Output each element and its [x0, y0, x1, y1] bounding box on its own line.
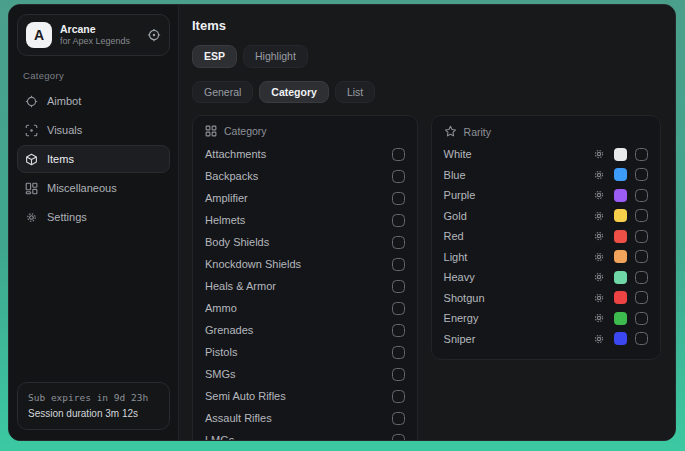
category-checkbox[interactable] — [392, 324, 405, 337]
brand-header: A Arcane for Apex Legends — [17, 14, 170, 56]
sidebar-item-miscellaneous[interactable]: Miscellaneous — [17, 174, 170, 202]
gear-icon[interactable] — [593, 148, 605, 160]
rarity-row: White — [444, 144, 648, 165]
category-checkbox[interactable] — [392, 170, 405, 183]
rarity-panel-header: Rarity — [444, 125, 648, 138]
app-logo: A — [26, 22, 52, 48]
rarity-color-swatch[interactable] — [614, 312, 627, 325]
gear-icon[interactable] — [593, 169, 605, 181]
rarity-label: Heavy — [444, 271, 593, 283]
category-row: Grenades — [205, 319, 405, 341]
app-window: A Arcane for Apex Legends Category Aimbo… — [8, 4, 676, 441]
rarity-row: Energy — [444, 308, 648, 329]
rarity-color-swatch[interactable] — [614, 148, 627, 161]
rarity-row: Red — [444, 226, 648, 247]
category-label: Pistols — [205, 346, 392, 358]
rarity-checkbox[interactable] — [635, 291, 648, 304]
rarity-list: WhiteBluePurpleGoldRedLightHeavyShotgunE… — [444, 144, 648, 349]
rarity-row: Heavy — [444, 267, 648, 288]
category-label: Helmets — [205, 214, 392, 226]
rarity-checkbox[interactable] — [635, 189, 648, 202]
rarity-label: Shotgun — [444, 292, 593, 304]
rarity-checkbox[interactable] — [635, 312, 648, 325]
rarity-checkbox[interactable] — [635, 271, 648, 284]
sidebar-item-visuals[interactable]: Visuals — [17, 116, 170, 144]
category-checkbox[interactable] — [392, 148, 405, 161]
rarity-checkbox[interactable] — [635, 250, 648, 263]
category-label: Ammo — [205, 302, 392, 314]
rarity-row: Purple — [444, 185, 648, 206]
gear-icon[interactable] — [593, 333, 605, 345]
gear-icon — [25, 211, 38, 224]
category-label: Grenades — [205, 324, 392, 336]
category-checkbox[interactable] — [392, 368, 405, 381]
target-icon[interactable] — [147, 28, 161, 42]
category-checkbox[interactable] — [392, 346, 405, 359]
panels: Category AttachmentsBackpacksAmplifierHe… — [192, 115, 661, 440]
rarity-color-swatch[interactable] — [614, 271, 627, 284]
gear-icon[interactable] — [593, 189, 605, 201]
category-label: Attachments — [205, 148, 392, 160]
gear-icon[interactable] — [593, 210, 605, 222]
sidebar-item-label: Visuals — [47, 124, 82, 136]
gear-icon[interactable] — [593, 230, 605, 242]
gear-icon[interactable] — [593, 292, 605, 304]
category-checkbox[interactable] — [392, 192, 405, 205]
sidebar-section-label: Category — [23, 70, 164, 81]
scan-icon — [25, 124, 38, 137]
rarity-color-swatch[interactable] — [614, 168, 627, 181]
category-checkbox[interactable] — [392, 280, 405, 293]
rarity-label: Gold — [444, 210, 593, 222]
rarity-row: Light — [444, 247, 648, 268]
category-label: Assault Rifles — [205, 412, 392, 424]
sidebar-item-items[interactable]: Items — [17, 145, 170, 173]
rarity-color-swatch[interactable] — [614, 332, 627, 345]
category-row: Backpacks — [205, 165, 405, 187]
rarity-row: Blue — [444, 165, 648, 186]
category-label: Amplifier — [205, 192, 392, 204]
sub-expires-text: Sub expires in 9d 23h — [28, 391, 159, 406]
category-panel-title: Category — [224, 125, 267, 137]
rarity-color-swatch[interactable] — [614, 189, 627, 202]
sidebar-item-label: Items — [47, 153, 74, 165]
rarity-checkbox[interactable] — [635, 230, 648, 243]
rarity-checkbox[interactable] — [635, 209, 648, 222]
rarity-checkbox[interactable] — [635, 148, 648, 161]
tab-list[interactable]: List — [335, 81, 375, 104]
category-row: Amplifier — [205, 187, 405, 209]
session-duration-text: Session duration 3m 12s — [28, 406, 159, 422]
sidebar-item-aimbot[interactable]: Aimbot — [17, 87, 170, 115]
rarity-panel: Rarity WhiteBluePurpleGoldRedLightHeavyS… — [431, 115, 661, 360]
tab-esp[interactable]: ESP — [192, 45, 237, 68]
category-checkbox[interactable] — [392, 236, 405, 249]
rarity-color-swatch[interactable] — [614, 250, 627, 263]
rarity-color-swatch[interactable] — [614, 230, 627, 243]
rarity-checkbox[interactable] — [635, 332, 648, 345]
rarity-color-swatch[interactable] — [614, 291, 627, 304]
category-checkbox[interactable] — [392, 302, 405, 315]
app-name: Arcane — [60, 23, 139, 36]
crosshair-icon — [25, 95, 38, 108]
rarity-color-swatch[interactable] — [614, 209, 627, 222]
rarity-label: Blue — [444, 169, 593, 181]
category-checkbox[interactable] — [392, 214, 405, 227]
sidebar-item-settings[interactable]: Settings — [17, 203, 170, 231]
gear-icon[interactable] — [593, 312, 605, 324]
category-row: SMGs — [205, 363, 405, 385]
category-label: Semi Auto Rifles — [205, 390, 392, 402]
rarity-label: Red — [444, 230, 593, 242]
gear-icon[interactable] — [593, 251, 605, 263]
category-checkbox[interactable] — [392, 390, 405, 403]
category-checkbox[interactable] — [392, 412, 405, 425]
tab-general[interactable]: General — [192, 81, 253, 104]
gear-icon[interactable] — [593, 271, 605, 283]
tab-category[interactable]: Category — [259, 81, 329, 104]
rarity-checkbox[interactable] — [635, 168, 648, 181]
mode-tab-group: ESPHighlight — [192, 45, 661, 68]
rarity-panel-title: Rarity — [464, 126, 491, 138]
category-row: Assault Rifles — [205, 407, 405, 429]
category-label: Heals & Armor — [205, 280, 392, 292]
category-checkbox[interactable] — [392, 434, 405, 441]
tab-highlight[interactable]: Highlight — [243, 45, 308, 68]
category-checkbox[interactable] — [392, 258, 405, 271]
